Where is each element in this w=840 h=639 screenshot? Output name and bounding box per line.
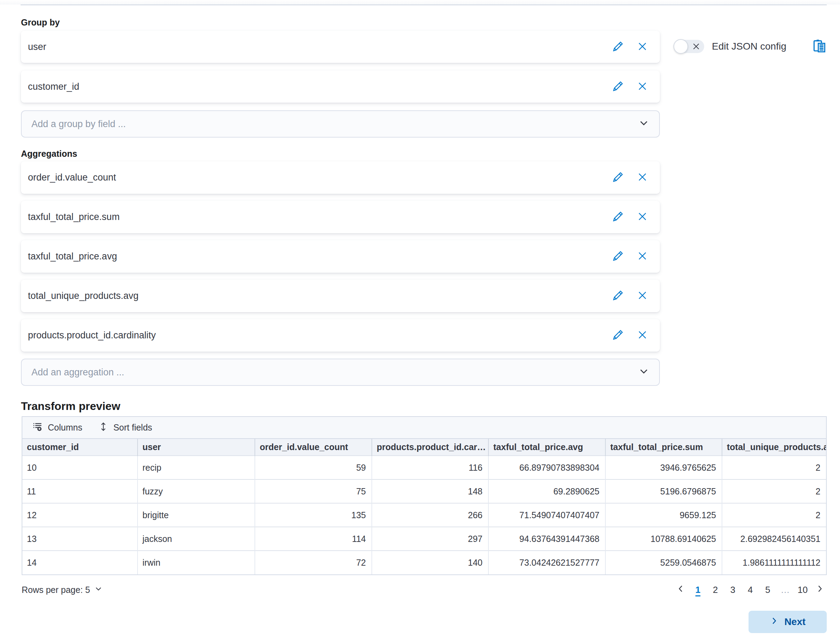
item-actions (612, 41, 648, 52)
edit-aggregation-button[interactable] (612, 291, 624, 302)
sort-fields-button-label: Sort fields (113, 423, 152, 432)
rows-per-page-button[interactable]: Rows per page: 5 (22, 585, 103, 595)
cross-icon (637, 172, 647, 183)
cell-unique-products-avg: 2 (722, 503, 826, 527)
add-aggregation-placeholder: Add an aggregation ... (32, 367, 124, 378)
remove-aggregation-button[interactable] (637, 330, 648, 341)
cell-order-count: 75 (255, 479, 372, 503)
group-by-item: user (21, 31, 660, 63)
column-header[interactable]: user (138, 439, 255, 456)
cell-user: brigitte (138, 503, 255, 527)
next-button-label: Next (784, 616, 806, 628)
item-actions (612, 172, 648, 183)
remove-aggregation-button[interactable] (637, 211, 648, 223)
page-button-1[interactable]: 1 (691, 582, 705, 598)
pencil-icon (613, 211, 623, 223)
column-header[interactable]: customer_id (22, 439, 138, 456)
add-group-by-placeholder: Add a group by field ... (32, 119, 126, 130)
cell-order-count: 114 (255, 527, 372, 551)
edit-aggregation-button[interactable] (612, 211, 624, 223)
edit-aggregation-button[interactable] (612, 251, 624, 262)
cell-order-count: 72 (255, 551, 372, 574)
page-button-2[interactable]: 2 (709, 582, 722, 598)
remove-aggregation-button[interactable] (637, 251, 648, 262)
page-button-3[interactable]: 3 (726, 582, 740, 598)
aggregation-item-label: taxful_total_price.sum (28, 211, 120, 223)
add-group-by-field-select[interactable]: Add a group by field ... (21, 110, 660, 138)
group-by-item: customer_id (21, 70, 660, 103)
aggregation-item: total_unique_products.avg (21, 280, 660, 312)
up-down-arrow-icon (98, 422, 108, 434)
cell-customer-id: 11 (22, 479, 138, 503)
column-header[interactable]: order_id.value_count (255, 439, 372, 456)
column-header[interactable]: taxful_total_price.avg (488, 439, 605, 456)
previous-page-button[interactable] (674, 582, 687, 598)
edit-group-by-button[interactable] (612, 41, 624, 52)
cell-price-avg: 66.89790783898304 (488, 456, 605, 479)
aggregation-item-label: taxful_total_price.avg (28, 251, 117, 262)
transform-preview-title: Transform preview (21, 400, 827, 413)
cell-unique-products-avg: 2 (722, 456, 826, 479)
aggregation-item-label: products.product_id.cardinality (28, 330, 156, 341)
cell-unique-products-avg: 2 (722, 479, 826, 503)
cell-customer-id: 13 (22, 527, 138, 551)
cell-price-sum: 10788.69140625 (605, 527, 722, 551)
pagination-ellipsis: … (778, 585, 792, 595)
cell-user: irwin (138, 551, 255, 574)
edit-aggregation-button[interactable] (612, 172, 624, 183)
table-row: 11 fuzzy 75 148 69.2890625 5196.6796875 … (22, 479, 826, 503)
transform-preview-grid: Columns Sort fields customer_id user ord… (22, 416, 827, 575)
add-aggregation-select[interactable]: Add an aggregation ... (21, 359, 660, 386)
page-button-10[interactable]: 10 (796, 582, 809, 598)
cell-price-avg: 73.04242621527777 (488, 551, 605, 574)
next-step-button[interactable]: Next (748, 611, 827, 633)
config-left-column: Group by user customer_id (21, 5, 660, 386)
column-header[interactable]: total_unique_products.a… (722, 439, 826, 456)
chevron-down-icon (638, 366, 649, 379)
remove-aggregation-button[interactable] (637, 291, 648, 302)
remove-group-by-button[interactable] (637, 81, 648, 92)
config-right-column: Edit JSON config (674, 5, 827, 54)
cell-order-count: 135 (255, 503, 372, 527)
table-row: 10 recip 59 116 66.89790783898304 3946.9… (22, 456, 826, 479)
sort-fields-button[interactable]: Sort fields (98, 422, 152, 434)
preview-table: customer_id user order_id.value_count pr… (22, 439, 826, 574)
item-actions (612, 330, 648, 341)
column-header[interactable]: taxful_total_price.sum (605, 439, 722, 456)
transform-config-section: Group by user customer_id (0, 5, 840, 386)
page-button-4[interactable]: 4 (744, 582, 757, 598)
page-button-5[interactable]: 5 (761, 582, 774, 598)
copy-json-button[interactable] (812, 38, 827, 54)
next-page-button[interactable] (813, 582, 827, 598)
remove-group-by-button[interactable] (637, 41, 648, 52)
cell-product-cardinality: 140 (372, 551, 488, 574)
cell-product-cardinality: 116 (372, 456, 488, 479)
item-actions (612, 211, 648, 223)
toggle-knob (673, 39, 688, 54)
cell-customer-id: 14 (22, 551, 138, 574)
chevron-left-icon (676, 584, 685, 596)
table-row: 14 irwin 72 140 73.04242621527777 5259.0… (22, 551, 826, 574)
cell-user: jackson (138, 527, 255, 551)
edit-aggregation-button[interactable] (612, 330, 624, 341)
cell-order-count: 59 (255, 456, 372, 479)
table-row: 13 jackson 114 297 94.63764391447368 107… (22, 527, 826, 551)
columns-button[interactable]: Columns (33, 422, 83, 434)
aggregation-item: products.product_id.cardinality (21, 319, 660, 351)
remove-aggregation-button[interactable] (637, 172, 648, 183)
group-by-label: Group by (21, 17, 660, 27)
edit-group-by-button[interactable] (612, 81, 624, 92)
aggregation-item-label: order_id.value_count (28, 172, 116, 183)
cell-price-sum: 3946.9765625 (605, 456, 722, 479)
chevron-right-icon (770, 616, 779, 628)
pencil-icon (613, 290, 623, 302)
edit-json-config-toggle[interactable] (674, 40, 704, 53)
column-header[interactable]: products.product_id.car… (372, 439, 488, 456)
columns-button-label: Columns (48, 423, 83, 432)
chevron-down-icon (638, 117, 649, 131)
grid-toolbar: Columns Sort fields (22, 417, 826, 439)
cell-user: fuzzy (138, 479, 255, 503)
cell-price-sum: 5196.6796875 (605, 479, 722, 503)
cell-customer-id: 10 (22, 456, 138, 479)
pencil-icon (613, 172, 623, 183)
